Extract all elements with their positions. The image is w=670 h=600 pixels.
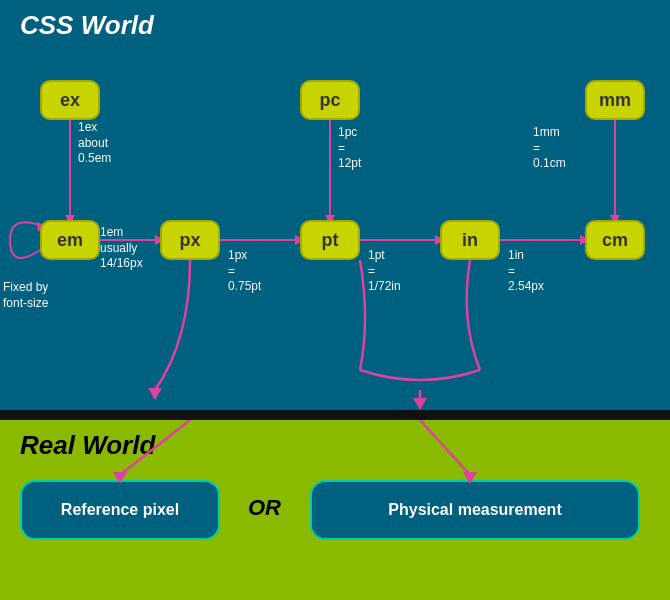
- unit-box-em: em: [40, 220, 100, 260]
- divider-bar: [0, 410, 670, 420]
- unit-box-cm: cm: [585, 220, 645, 260]
- label-pt-to-in: 1pt=1/72in: [368, 248, 401, 295]
- label-pc-to-pt: 1pc=12pt: [338, 125, 361, 172]
- label-ex-to-em: 1exabout0.5em: [78, 120, 111, 167]
- label-em-annotation: 1emusually14/16px: [100, 225, 143, 272]
- label-in-to-cm: 1in=2.54px: [508, 248, 544, 295]
- svg-line-20: [420, 420, 470, 475]
- unit-box-px: px: [160, 220, 220, 260]
- label-fixed-by-font-size: Fixed byfont-size: [3, 280, 48, 311]
- unit-box-pt: pt: [300, 220, 360, 260]
- label-mm-to-cm: 1mm=0.1cm: [533, 125, 566, 172]
- css-world-section: CSS World: [0, 0, 670, 410]
- unit-box-mm: mm: [585, 80, 645, 120]
- css-world-arrows: [0, 0, 670, 410]
- unit-box-ex: ex: [40, 80, 100, 120]
- svg-marker-17: [413, 398, 427, 410]
- or-label: OR: [248, 495, 281, 521]
- real-world-title: Real World: [20, 430, 155, 460]
- unit-box-pc: pc: [300, 80, 360, 120]
- real-world-section: Real World Reference pixel OR Physical m…: [0, 420, 670, 600]
- physical-measurement-box: Physical measurement: [310, 480, 640, 540]
- unit-box-in: in: [440, 220, 500, 260]
- reference-pixel-box: Reference pixel: [20, 480, 220, 540]
- css-world-title: CSS World: [20, 10, 154, 40]
- label-px-to-pt: 1px=0.75pt: [228, 248, 261, 295]
- svg-marker-15: [148, 388, 162, 400]
